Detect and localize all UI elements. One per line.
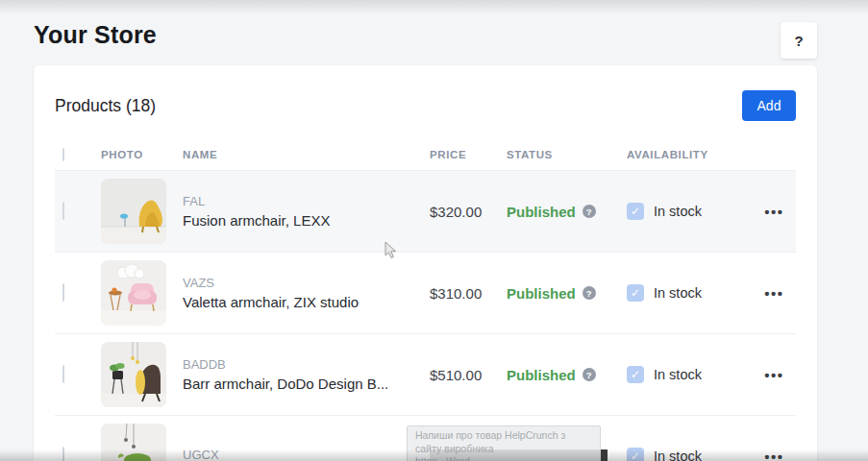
status-label: Published [507, 285, 576, 302]
products-count-heading: Products (18) [55, 96, 156, 116]
product-code: UGCX [183, 448, 430, 461]
tooltip-line-2: https - Word [415, 455, 592, 461]
row-actions-menu-icon[interactable]: ••• [764, 285, 783, 302]
help-button[interactable]: ? [781, 22, 817, 59]
product-price: $510.00 [430, 367, 507, 383]
table-row[interactable]: BADDB Barr armchair, DoDo Design B... $5… [55, 333, 796, 415]
select-all-checkbox[interactable] [62, 148, 64, 161]
video-vignette-top [0, 0, 868, 14]
product-photo-green-chair [101, 424, 166, 461]
checkmark-icon: ✓ [631, 286, 640, 300]
row-checkbox[interactable] [62, 202, 64, 220]
product-code: FAL [183, 194, 430, 208]
column-header-status: STATUS [507, 149, 627, 160]
mouse-cursor-icon [384, 241, 397, 263]
row-checkbox[interactable] [62, 283, 64, 302]
product-photo-pink-armchair [101, 260, 166, 326]
product-price: $310.00 [430, 285, 507, 302]
status-help-icon[interactable]: ? [583, 368, 596, 381]
status-help-icon[interactable]: ? [583, 205, 596, 218]
column-header-availability: AVAILABILITY [627, 149, 753, 160]
product-price: $320.00 [430, 204, 507, 220]
product-name: Fusion armchair, LEXX [183, 212, 430, 229]
row-actions-menu-icon[interactable]: ••• [764, 367, 783, 383]
products-panel: Products (18) Add PHOTO NAME PRICE STATU… [34, 65, 817, 461]
product-name-cell: VAZS Valetta armchair, ZIX studio [183, 276, 430, 310]
column-header-name: NAME [183, 149, 430, 160]
checkmark-icon: ✓ [631, 368, 640, 381]
availability-label: In stock [654, 449, 702, 461]
add-product-button[interactable]: Add [742, 90, 796, 121]
status-help-icon[interactable]: ? [583, 286, 596, 300]
product-name: Valetta armchair, ZIX studio [183, 294, 430, 310]
in-stock-checkbox[interactable]: ✓ [627, 284, 644, 302]
tooltip-line-1: Напиши про товар HelpCrunch з сайту виро… [415, 429, 592, 455]
column-header-price: PRICE [430, 149, 507, 160]
status-label: Published [507, 367, 576, 383]
table-row[interactable]: VAZS Valetta armchair, ZIX studio $310.0… [55, 252, 796, 333]
table-row[interactable]: FAL Fusion armchair, LEXX $320.00 Publis… [55, 170, 796, 252]
availability-label: In stock [654, 204, 702, 219]
question-mark-icon: ? [794, 33, 803, 49]
row-actions-menu-icon[interactable]: ••• [764, 204, 783, 220]
table-header-row: PHOTO NAME PRICE STATUS AVAILABILITY [55, 139, 796, 170]
row-checkbox[interactable] [62, 447, 64, 461]
product-code: VAZS [183, 276, 430, 290]
in-stock-checkbox[interactable]: ✓ [627, 203, 644, 220]
column-header-photo: PHOTO [101, 149, 183, 160]
checkmark-icon: ✓ [631, 449, 640, 461]
product-photo-yellow-armchair [101, 179, 166, 244]
availability-label: In stock [654, 285, 702, 301]
in-stock-checkbox[interactable]: ✓ [627, 366, 644, 383]
product-name-cell: BADDB Barr armchair, DoDo Design B... [183, 357, 430, 392]
panel-header: Products (18) Add [55, 65, 796, 139]
product-code: BADDB [183, 357, 430, 372]
product-name: Barr armchair, DoDo Design B... [183, 376, 430, 392]
status-label: Published [507, 204, 576, 220]
row-actions-menu-icon[interactable]: ••• [764, 449, 783, 461]
product-name-cell: UGCX [183, 448, 430, 461]
in-stock-checkbox[interactable]: ✓ [627, 448, 644, 461]
checkmark-icon: ✓ [631, 205, 640, 218]
page-title: Your Store [34, 21, 157, 49]
taskbar-tooltip: Напиши про товар HelpCrunch з сайту виро… [407, 425, 601, 461]
row-checkbox[interactable] [62, 365, 64, 383]
product-name-cell: FAL Fusion armchair, LEXX [183, 194, 430, 229]
availability-label: In stock [654, 367, 702, 382]
product-photo-brown-yellow-armchair [101, 342, 166, 407]
